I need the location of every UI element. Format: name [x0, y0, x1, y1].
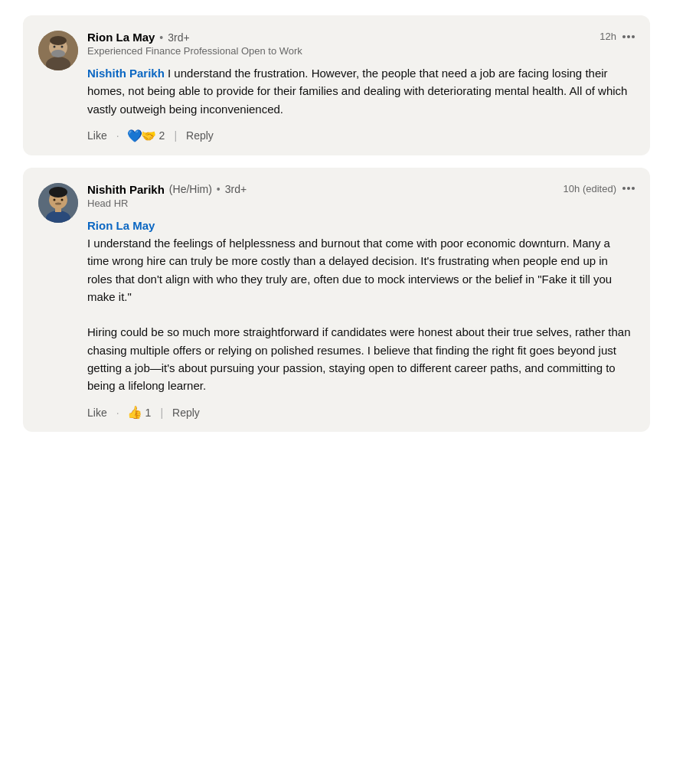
- author-name-rion: Rion La May: [87, 31, 155, 44]
- degree-nishith: 3rd+: [225, 183, 247, 195]
- comment-nishith: Nishith Parikh (He/Him) • 3rd+ Head HR 1…: [23, 168, 650, 433]
- separator-dot-2: •: [217, 183, 221, 195]
- comment-text-area-rion: Rion La May • 3rd+ Experienced Finance P…: [87, 31, 635, 143]
- comment-body-rion: Nishith Parikh I understand the frustrat…: [87, 64, 635, 118]
- reply-separator-nishith: |: [160, 407, 163, 419]
- author-name-nishith: Nishith Parikh: [87, 183, 165, 196]
- svg-point-14: [55, 202, 61, 204]
- comment-body-nishith: Rion La May I understand the feelings of…: [87, 217, 635, 395]
- reply-separator-rion: |: [174, 129, 177, 142]
- comment-rion: Rion La May • 3rd+ Experienced Finance P…: [23, 15, 650, 155]
- timestamp-rion: 12h: [599, 31, 616, 42]
- svg-point-12: [54, 198, 56, 201]
- svg-point-6: [61, 46, 64, 48]
- svg-point-3: [50, 36, 67, 45]
- reaction-emoji-2: 🤝: [141, 129, 156, 143]
- comment-actions-nishith: Like · 👍 1 | Reply: [87, 405, 635, 420]
- comment-text-nishith-p1: I understand the feelings of helplessnes…: [87, 237, 612, 303]
- comment-meta-rion: 12h: [599, 31, 635, 42]
- comment-text-rion: I understand the frustration. However, t…: [87, 67, 627, 116]
- like-button-rion[interactable]: Like: [87, 129, 107, 142]
- author-pronouns-nishith: (He/Him): [169, 183, 212, 195]
- comment-meta-nishith: 10h (edited): [564, 183, 635, 194]
- svg-point-4: [51, 50, 65, 57]
- more-options-rion[interactable]: [622, 35, 635, 38]
- degree-rion: 3rd+: [168, 31, 189, 44]
- reaction-group-nishith: 👍 1: [129, 405, 152, 420]
- avatar-rion: [38, 31, 78, 70]
- svg-point-11: [49, 187, 67, 198]
- comment-actions-rion: Like · 💙 🤝 2 | Reply: [87, 129, 635, 143]
- reaction-count-rion: 2: [159, 129, 165, 142]
- action-separator-nishith: ·: [116, 407, 119, 419]
- comment-text-nishith-p2: Hiring could be so much more straightfor…: [87, 325, 631, 392]
- reaction-emoji-like: 👍: [127, 405, 142, 420]
- mention-link-nishith[interactable]: Rion La May: [87, 219, 155, 232]
- comment-text-area-nishith: Nishith Parikh (He/Him) • 3rd+ Head HR 1…: [87, 183, 635, 420]
- author-title-nishith: Head HR: [87, 198, 247, 209]
- author-title-rion: Experienced Finance Professional Open to…: [87, 45, 302, 57]
- reaction-group-rion: 💙 🤝 2: [129, 129, 165, 143]
- reaction-emoji-1: 💙: [127, 129, 142, 143]
- separator-dot-1: •: [159, 31, 163, 44]
- timestamp-nishith: 10h (edited): [564, 183, 616, 194]
- author-info-nishith: Nishith Parikh (He/Him) • 3rd+ Head HR: [87, 183, 247, 209]
- action-separator-rion: ·: [116, 129, 119, 142]
- svg-point-5: [54, 46, 56, 48]
- like-button-nishith[interactable]: Like: [87, 407, 107, 419]
- author-info-rion: Rion La May • 3rd+ Experienced Finance P…: [87, 31, 302, 57]
- svg-point-13: [61, 198, 64, 201]
- reaction-count-nishith: 1: [145, 407, 152, 419]
- reply-button-nishith[interactable]: Reply: [172, 407, 200, 419]
- reply-button-rion[interactable]: Reply: [186, 129, 214, 142]
- more-options-nishith[interactable]: [622, 187, 635, 190]
- mention-link-rion[interactable]: Nishith Parikh: [87, 67, 165, 80]
- avatar-nishith: [38, 183, 78, 223]
- reaction-icons-rion: 💙 🤝: [129, 129, 156, 143]
- reaction-icons-nishith: 👍: [129, 405, 142, 420]
